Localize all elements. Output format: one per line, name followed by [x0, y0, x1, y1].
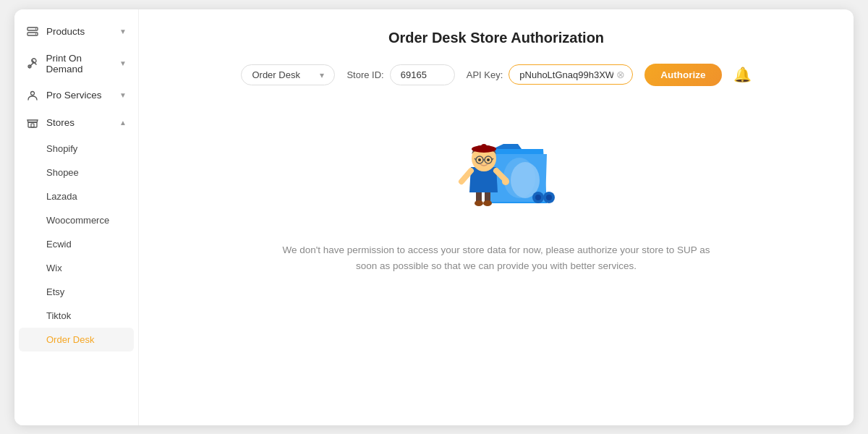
svg-point-27: [487, 158, 490, 161]
sidebar-item-stores[interactable]: Stores: [14, 109, 138, 137]
sidebar: Products Print On Demand: [14, 9, 139, 425]
chevron-down-icon: [119, 91, 127, 99]
sidebar-section-pro: Pro Services: [14, 82, 138, 109]
store-select-label: Order Desk: [252, 69, 299, 80]
chevron-down-icon: [119, 59, 127, 67]
sidebar-item-etsy[interactable]: Etsy: [14, 280, 138, 304]
sidebar-item-tiktok[interactable]: Tiktok: [14, 304, 138, 328]
svg-point-31: [546, 195, 552, 200]
toolbar: Order Desk Store ID: API Key: ⊗ Authoriz…: [168, 64, 825, 86]
chevron-down-icon: [320, 69, 324, 80]
sidebar-item-shopify[interactable]: Shopify: [14, 137, 138, 161]
authorize-button[interactable]: Authorize: [644, 64, 721, 86]
bell-icon[interactable]: 🔔: [733, 66, 752, 83]
store-icon: [26, 116, 39, 129]
svg-point-26: [478, 158, 481, 161]
sidebar-item-pod[interactable]: Print On Demand: [14, 46, 138, 82]
sidebar-item-order-desk[interactable]: Order Desk: [19, 328, 134, 352]
svg-rect-10: [31, 124, 34, 127]
sidebar-item-products-label: Products: [46, 26, 85, 37]
app-container: Products Print On Demand: [14, 9, 854, 425]
server-icon: [26, 25, 39, 38]
svg-rect-9: [28, 122, 37, 127]
sidebar-item-stores-label: Stores: [46, 117, 75, 128]
sidebar-item-pro[interactable]: Pro Services: [14, 82, 138, 109]
sidebar-item-ecwid[interactable]: Ecwid: [14, 232, 138, 256]
sidebar-item-woocommerce[interactable]: Woocommerce: [14, 208, 138, 232]
illustration-area: [168, 109, 825, 225]
api-key-group: API Key: ⊗: [467, 64, 634, 85]
permission-message: We don't have permission to access your …: [279, 242, 713, 276]
person-icon: [26, 89, 39, 102]
svg-point-20: [481, 144, 487, 150]
svg-point-8: [31, 91, 35, 95]
svg-point-17: [502, 178, 509, 185]
clear-icon[interactable]: ⊗: [616, 69, 625, 80]
illustration: [431, 109, 561, 225]
sidebar-item-lazada[interactable]: Lazada: [14, 184, 138, 208]
store-id-label: Store ID:: [346, 69, 383, 80]
chevron-down-icon: [119, 27, 127, 35]
svg-point-2: [35, 28, 37, 30]
main-content: Order Desk Store Authorization Order Des…: [139, 9, 854, 425]
sidebar-item-wix[interactable]: Wix: [14, 256, 138, 280]
store-select[interactable]: Order Desk: [241, 64, 335, 85]
sidebar-section-products: Products: [14, 18, 138, 46]
sidebar-item-pro-label: Pro Services: [46, 90, 102, 101]
api-key-input-wrapper: ⊗: [509, 64, 633, 85]
store-id-group: Store ID:: [346, 64, 454, 85]
svg-point-16: [483, 200, 492, 206]
svg-point-3: [35, 33, 37, 35]
sidebar-item-shopee[interactable]: Shopee: [14, 161, 138, 184]
api-key-label: API Key:: [467, 69, 503, 80]
sidebar-item-pod-label: Print On Demand: [46, 53, 120, 75]
svg-point-29: [535, 195, 541, 200]
sidebar-section-pod: Print On Demand: [14, 46, 138, 82]
stores-sub-menu: Shopify Shopee Lazada Woocommerce Ecwid …: [14, 137, 138, 352]
chevron-up-icon: [119, 119, 127, 127]
sidebar-item-products[interactable]: Products: [14, 18, 138, 46]
svg-point-15: [475, 200, 483, 206]
page-title: Order Desk Store Authorization: [168, 30, 825, 46]
tool-icon: [26, 57, 39, 70]
sidebar-section-stores: Stores Shopify Shopee Lazada Woocommerce: [14, 109, 138, 352]
api-key-input[interactable]: [519, 69, 613, 80]
store-id-input[interactable]: [390, 64, 455, 85]
